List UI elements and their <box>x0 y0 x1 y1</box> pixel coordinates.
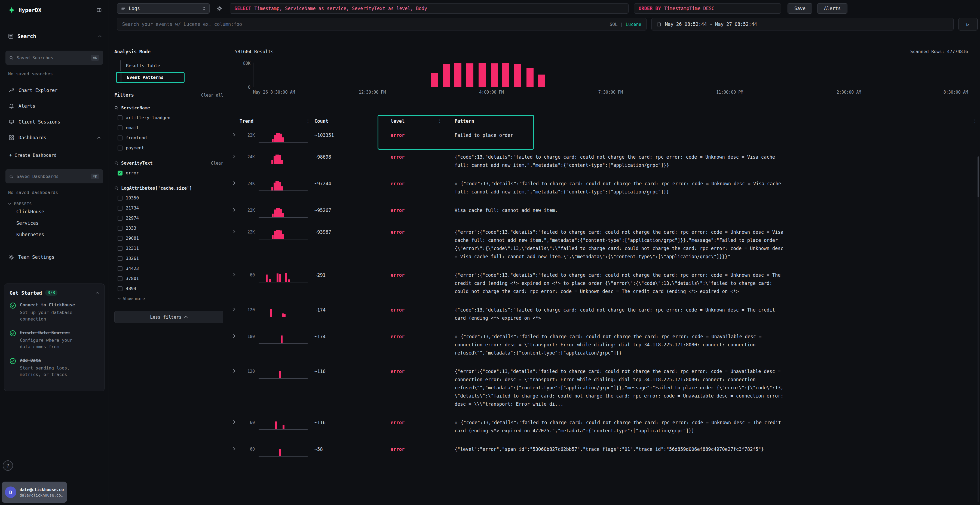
filter-option-21734[interactable]: 21734 <box>115 203 223 213</box>
expand-row-icon[interactable] <box>231 418 240 424</box>
filter-option-33261[interactable]: 33261 <box>115 253 223 264</box>
sql-mode-toggle[interactable]: SQL <box>610 22 618 27</box>
analysis-mode-event-patterns[interactable]: Event Patterns <box>121 73 184 82</box>
saved-searches-button[interactable]: Saved Searches ⌘K <box>5 51 103 65</box>
expand-row-icon[interactable] <box>231 227 240 233</box>
create-dashboard-button[interactable]: + Create Dashboard <box>9 152 109 158</box>
presets-header[interactable]: PRESETS <box>8 202 109 206</box>
filter-option-error[interactable]: ✓error <box>115 168 223 178</box>
less-filters-button[interactable]: Less filters <box>115 311 223 323</box>
preset-services[interactable]: Services <box>0 218 109 229</box>
clear-filter-button[interactable]: Clear <box>211 161 223 166</box>
sidebar-item-dashboards[interactable]: Dashboards <box>0 130 109 146</box>
pattern-row[interactable]: 22K~103351errorFailed to place order <box>231 127 980 149</box>
pattern-row[interactable]: 22K~93987error{"error":{"code":13,"detai… <box>231 224 980 267</box>
column-menu-icon[interactable]: ⋮ <box>305 118 310 124</box>
expand-row-icon[interactable] <box>231 270 240 276</box>
expand-row-icon[interactable] <box>231 130 240 137</box>
pattern-row[interactable]: 22K~95267errorVisa cache full: cannot ad… <box>231 202 980 224</box>
sidebar-collapse-icon[interactable] <box>97 8 102 13</box>
column-header-pattern[interactable]: Pattern <box>455 118 784 124</box>
chevron-up-icon[interactable] <box>96 292 99 294</box>
expand-row-icon[interactable] <box>231 367 240 373</box>
pattern-row[interactable]: 120~174error{"code":13,"details":"failed… <box>231 302 980 329</box>
source-select[interactable]: Logs <box>117 3 210 14</box>
filter-option-frontend[interactable]: frontend <box>115 133 223 143</box>
help-button[interactable]: ? <box>3 461 13 471</box>
checkbox[interactable] <box>118 246 123 251</box>
pattern-row[interactable]: 180~174error×{"code":13,"details":"faile… <box>231 329 980 364</box>
checkbox[interactable] <box>118 256 123 261</box>
pattern-row[interactable]: 24K~97244error×{"code":13,"details":"fai… <box>231 176 980 202</box>
column-menu-icon[interactable]: ⋮ <box>972 118 978 124</box>
clear-all-button[interactable]: Clear all <box>201 93 223 98</box>
user-menu[interactable]: D dale@clickhouse.com dale@clickhouse.co… <box>2 481 67 503</box>
get-started-header[interactable]: Get Started 3/3 <box>10 290 99 296</box>
get-started-item[interactable]: Connect to ClickHouseSet up your databas… <box>10 302 99 322</box>
dismiss-x-icon[interactable]: × <box>455 181 457 186</box>
pattern-row[interactable]: 24K~98698error{"code":13,"details":"fail… <box>231 149 980 176</box>
checkbox[interactable] <box>118 125 123 130</box>
pattern-row[interactable]: 60~58error{"level":"error","span_id":"53… <box>231 441 980 463</box>
filter-option-37801[interactable]: 37801 <box>115 273 223 284</box>
checkbox[interactable] <box>118 135 123 140</box>
checkbox[interactable] <box>118 286 123 291</box>
chart-plot[interactable] <box>253 63 968 87</box>
filter-option-34423[interactable]: 34423 <box>115 264 223 273</box>
analysis-mode-results-table[interactable]: Results Table <box>120 60 223 71</box>
expand-row-icon[interactable] <box>231 445 240 451</box>
expand-row-icon[interactable] <box>231 332 240 338</box>
checkbox[interactable] <box>118 266 123 271</box>
sql-select-input[interactable]: SELECT Timestamp, ServiceName as service… <box>230 3 628 14</box>
pattern-row[interactable]: 120~116error{"error":{"code":13,"details… <box>231 364 980 414</box>
source-settings-button[interactable] <box>214 3 224 14</box>
search-section-header[interactable]: Search <box>8 33 102 39</box>
filter-option-artillery-loadgen[interactable]: artillery-loadgen <box>115 113 223 123</box>
pattern-row[interactable]: 60~116error×{"code":13,"details":"failed… <box>231 414 980 441</box>
checkbox[interactable] <box>118 206 123 211</box>
checkbox[interactable] <box>118 276 123 281</box>
show-more-button[interactable]: Show more <box>118 296 223 301</box>
checkbox[interactable] <box>118 226 123 231</box>
checkbox[interactable] <box>118 146 123 151</box>
checkbox[interactable] <box>118 216 123 221</box>
preset-clickhouse[interactable]: ClickHouse <box>0 206 109 218</box>
scrollbar[interactable] <box>978 156 979 502</box>
expand-row-icon[interactable] <box>231 305 240 311</box>
expand-row-icon[interactable] <box>231 152 240 158</box>
order-by-input[interactable]: ORDER BY TimestampTime DESC <box>634 3 781 14</box>
get-started-item[interactable]: Add DataStart sending logs, metrics, or … <box>10 357 99 378</box>
date-range-picker[interactable]: May 26 08:52:44 - May 27 08:52:44 <box>651 18 954 30</box>
filter-option-29081[interactable]: 29081 <box>115 233 223 243</box>
search-input[interactable] <box>122 22 610 27</box>
filter-option-email[interactable]: email <box>115 123 223 133</box>
dismiss-x-icon[interactable]: × <box>455 420 457 425</box>
preset-kubernetes[interactable]: Kubernetes <box>0 229 109 240</box>
expand-row-icon[interactable] <box>231 179 240 185</box>
alerts-button[interactable]: Alerts <box>817 3 848 14</box>
column-header-count[interactable]: Count <box>314 118 391 124</box>
column-menu-icon[interactable]: ⋮ <box>437 118 442 124</box>
column-header-trend[interactable]: Trend <box>240 118 314 124</box>
filter-option-32311[interactable]: 32311 <box>115 243 223 253</box>
scrollbar-thumb[interactable] <box>978 156 979 197</box>
checkbox[interactable] <box>118 115 123 120</box>
team-settings-button[interactable]: Team Settings <box>0 254 109 260</box>
sidebar-item-chart-explorer[interactable]: Chart Explorer <box>0 83 109 98</box>
filter-option-payment[interactable]: payment <box>115 143 223 153</box>
lucene-mode-toggle[interactable]: Lucene <box>625 22 641 27</box>
checkbox[interactable]: ✓ <box>118 171 123 176</box>
filter-option-4894[interactable]: 4894 <box>115 284 223 294</box>
checkbox[interactable] <box>118 236 123 241</box>
checkbox[interactable] <box>118 195 123 200</box>
save-button[interactable]: Save <box>788 3 812 14</box>
sidebar-item-alerts[interactable]: Alerts <box>0 98 109 114</box>
pattern-row[interactable]: 60~291error{"error":{"code":13,"details"… <box>231 267 980 302</box>
saved-dashboards-button[interactable]: Saved Dashboards ⌘K <box>5 169 103 183</box>
filter-option-2333[interactable]: 2333 <box>115 223 223 233</box>
dismiss-x-icon[interactable]: × <box>455 334 457 339</box>
get-started-item[interactable]: Create Data SourcesConfigure where your … <box>10 329 99 350</box>
column-header-level[interactable]: level <box>391 118 455 124</box>
expand-row-icon[interactable] <box>231 206 240 212</box>
sidebar-item-client-sessions[interactable]: Client Sessions <box>0 114 109 130</box>
